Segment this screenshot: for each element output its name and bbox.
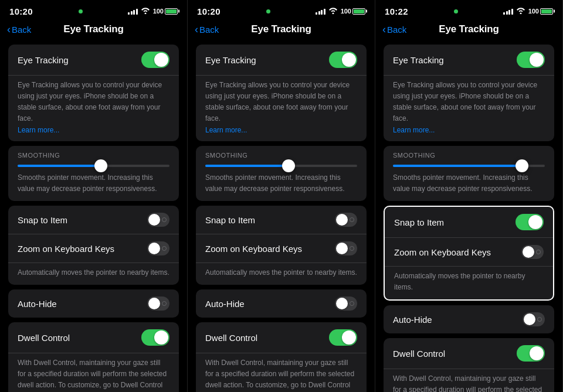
dwell-description: With Dwell Control, maintaining your gaz… bbox=[205, 359, 354, 392]
status-dot bbox=[454, 9, 458, 13]
snap-to-item-label: Snap to Item bbox=[394, 217, 515, 227]
smoothing-slider-thumb[interactable] bbox=[515, 159, 528, 172]
snap-to-item-label: Snap to Item bbox=[18, 215, 147, 225]
battery-fill bbox=[541, 9, 552, 13]
snap-to-item-toggle[interactable] bbox=[147, 213, 169, 227]
dwell-control-toggle[interactable] bbox=[141, 329, 169, 346]
dwell-control-toggle[interactable] bbox=[329, 329, 357, 346]
eye-tracking-toggle-row[interactable]: Eye Tracking bbox=[196, 45, 367, 76]
dwell-control-row[interactable]: Dwell Control bbox=[384, 338, 554, 369]
status-dot bbox=[266, 9, 270, 13]
eye-tracking-description-block: Eye Tracking allows you to control your … bbox=[384, 76, 554, 141]
snap-description-block: Automatically moves the pointer to nearb… bbox=[196, 263, 367, 285]
auto-hide-label: Auto-Hide bbox=[18, 299, 147, 309]
zoom-keyboard-row[interactable]: Zoom on Keyboard Keys bbox=[196, 234, 367, 263]
battery-icon bbox=[165, 8, 178, 15]
back-button[interactable]: ‹ Back bbox=[195, 25, 219, 35]
back-button[interactable]: ‹ Back bbox=[382, 25, 406, 35]
learn-more-link[interactable]: Learn more... bbox=[205, 126, 357, 134]
status-time: 10:20 bbox=[9, 6, 33, 16]
eye-tracking-section: Eye Tracking Eye Tracking allows you to … bbox=[196, 45, 367, 141]
dwell-control-toggle[interactable] bbox=[517, 345, 545, 362]
snap-description-block: Automatically moves the pointer to nearb… bbox=[8, 263, 179, 285]
eye-tracking-toggle-row[interactable]: Eye Tracking bbox=[384, 45, 554, 76]
auto-hide-toggle[interactable] bbox=[147, 296, 169, 311]
dwell-control-section: Dwell Control With Dwell Control, mainta… bbox=[196, 322, 367, 392]
wifi-icon bbox=[141, 7, 150, 15]
snap-to-item-row[interactable]: Snap to Item bbox=[8, 206, 179, 234]
eye-tracking-label: Eye Tracking bbox=[205, 55, 329, 65]
eye-tracking-toggle[interactable] bbox=[329, 52, 357, 68]
toggle-knob bbox=[524, 313, 535, 325]
snap-description: Automatically moves the pointer to nearb… bbox=[205, 268, 357, 277]
battery-indicator: 100 bbox=[341, 8, 365, 15]
auto-hide-row[interactable]: Auto-Hide bbox=[196, 289, 367, 318]
battery-indicator: 100 bbox=[528, 8, 553, 15]
toggle-knob bbox=[342, 330, 356, 345]
snap-to-item-row[interactable]: Snap to Item bbox=[385, 207, 553, 238]
status-dot bbox=[79, 9, 83, 13]
phone-panel-3: 10:22 100 ‹ Back bbox=[375, 0, 563, 392]
dwell-description: With Dwell Control, maintaining your gaz… bbox=[18, 359, 167, 392]
auto-hide-toggle[interactable] bbox=[335, 296, 357, 311]
dwell-description-block: With Dwell Control, maintaining your gaz… bbox=[384, 369, 554, 392]
back-chevron-icon: ‹ bbox=[382, 24, 386, 35]
smoothing-header: SMOOTHING bbox=[205, 152, 357, 159]
smoothing-slider-track[interactable] bbox=[18, 165, 169, 167]
battery-indicator: 100 bbox=[153, 8, 178, 15]
toggle-knob bbox=[528, 215, 542, 229]
smoothing-description: Smooths pointer movement. Increasing thi… bbox=[18, 173, 157, 193]
dwell-control-row[interactable]: Dwell Control bbox=[196, 322, 367, 353]
zoom-keyboard-toggle[interactable] bbox=[147, 241, 169, 255]
eye-tracking-toggle[interactable] bbox=[141, 52, 169, 68]
smoothing-slider-thumb[interactable] bbox=[94, 159, 107, 172]
smoothing-header: SMOOTHING bbox=[393, 152, 545, 159]
smoothing-slider-track[interactable] bbox=[393, 165, 545, 167]
eye-tracking-description-block: Eye Tracking allows you to control your … bbox=[8, 76, 179, 141]
auto-hide-row[interactable]: Auto-Hide bbox=[384, 305, 554, 333]
dwell-control-row[interactable]: Dwell Control bbox=[8, 322, 179, 353]
toggle-circle bbox=[162, 246, 167, 251]
snap-to-item-label: Snap to Item bbox=[205, 215, 335, 225]
snap-to-item-row[interactable]: Snap to Item bbox=[196, 206, 367, 234]
snap-description: Automatically moves the pointer to nearb… bbox=[18, 268, 169, 277]
snap-description: Automatically moves the pointer to nearb… bbox=[394, 272, 525, 291]
dwell-control-section: Dwell Control With Dwell Control, mainta… bbox=[384, 338, 554, 392]
auto-hide-section: Auto-Hide bbox=[8, 289, 179, 318]
back-button[interactable]: ‹ Back bbox=[7, 25, 31, 35]
battery-icon bbox=[352, 8, 365, 15]
snap-to-item-toggle[interactable] bbox=[515, 214, 544, 230]
toggle-knob bbox=[336, 214, 348, 226]
eye-tracking-label: Eye Tracking bbox=[18, 55, 141, 65]
zoom-keyboard-label: Zoom on Keyboard Keys bbox=[394, 247, 521, 257]
toggle-knob bbox=[154, 53, 168, 67]
toggle-circle bbox=[162, 217, 167, 222]
status-time: 10:20 bbox=[197, 6, 221, 16]
battery-level: 100 bbox=[341, 8, 351, 15]
smoothing-slider-thumb[interactable] bbox=[282, 159, 295, 172]
smoothing-slider-track[interactable] bbox=[205, 165, 357, 167]
zoom-keyboard-toggle[interactable] bbox=[335, 241, 357, 255]
eye-tracking-section: Eye Tracking Eye Tracking allows you to … bbox=[8, 45, 179, 141]
zoom-keyboard-row[interactable]: Zoom on Keyboard Keys bbox=[8, 234, 179, 263]
toggle-circle bbox=[537, 317, 542, 322]
snap-to-item-toggle[interactable] bbox=[335, 213, 357, 227]
learn-more-link[interactable]: Learn more... bbox=[18, 126, 169, 134]
learn-more-link[interactable]: Learn more... bbox=[393, 126, 545, 134]
auto-hide-row[interactable]: Auto-Hide bbox=[8, 289, 179, 318]
toggle-circle bbox=[350, 301, 354, 306]
status-bar: 10:20 100 bbox=[188, 0, 375, 21]
toggle-circle bbox=[350, 246, 354, 251]
phone-panel-1: 10:20 100 ‹ Back bbox=[0, 0, 188, 392]
status-time: 10:22 bbox=[385, 6, 408, 16]
eye-tracking-toggle-row[interactable]: Eye Tracking bbox=[8, 45, 179, 76]
smoothing-description: Smooths pointer movement. Increasing thi… bbox=[205, 173, 344, 193]
zoom-keyboard-row[interactable]: Zoom on Keyboard Keys bbox=[385, 238, 553, 267]
zoom-keyboard-toggle[interactable] bbox=[521, 245, 544, 259]
toggle-circle bbox=[536, 250, 541, 254]
toggle-knob bbox=[530, 346, 544, 360]
dwell-control-label: Dwell Control bbox=[205, 333, 329, 343]
eye-tracking-toggle[interactable] bbox=[517, 52, 545, 68]
status-icons: 100 bbox=[128, 7, 178, 15]
auto-hide-toggle[interactable] bbox=[523, 312, 545, 326]
